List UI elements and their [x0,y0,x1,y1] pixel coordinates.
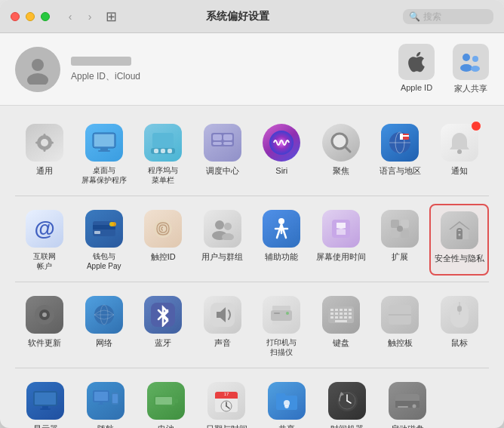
grid-row-3: 软件更新 网络 [15,290,489,362]
touchid-label: 触控ID [151,251,176,262]
svg-rect-62 [51,314,54,316]
pref-trackpad[interactable]: 触控板 [370,290,430,362]
pref-timemachine[interactable]: 时间机器 [317,376,377,428]
mouse-label: 鼠标 [451,337,468,348]
pref-startup[interactable]: 启动磁盘 [377,376,438,428]
keyboard-label: 键盘 [333,337,349,348]
grid-row-2: @ 互联网帐户 钱包与Apple Pay [15,204,489,276]
sound-icon-box [204,296,241,334]
pref-general[interactable]: 通用 [15,118,75,189]
monitor-icon [92,132,116,153]
row-divider-3 [15,368,489,368]
internet-label: 互联网帐户 [33,251,56,271]
profile-section: Apple ID、iCloud Apple ID [0,33,504,106]
pref-sharing[interactable]: 共享 [257,376,317,428]
svg-rect-81 [340,313,343,315]
extensions-icon-box [381,210,419,248]
search-input[interactable] [423,11,484,22]
pref-keyboard[interactable]: 键盘 [312,290,371,362]
printer-label: 打印机与扫描仪 [266,337,297,357]
apple-logo-icon [404,50,429,74]
missioncontrol-label: 调度中心 [206,165,239,176]
svg-point-26 [269,131,293,155]
family-sharing-action[interactable]: 家人共享 [453,44,489,94]
pref-bluetooth[interactable]: 蓝牙 [134,290,193,362]
time-machine-clock-icon [335,389,359,413]
pref-security[interactable]: 安全性与隐私 [429,204,489,276]
apple-id-label: Apple ID [401,83,432,92]
pref-screentime[interactable]: 屏幕使用时间 [311,204,370,276]
profile-left: Apple ID、iCloud [15,47,140,92]
svg-rect-24 [213,142,222,145]
search-bar[interactable]: 🔍 [403,9,493,24]
pref-touchid[interactable]: 触控ID [134,204,192,276]
puzzle-icon [388,217,412,241]
pref-accessibility[interactable]: 辅助功能 [252,204,311,276]
svg-rect-96 [35,393,56,405]
internet-accounts-icon: @ [26,210,63,248]
pref-network[interactable]: 网络 [75,290,134,362]
spaces-icon [211,132,235,153]
minimize-button[interactable] [26,12,35,21]
profile-subtitle: Apple ID、iCloud [71,70,140,83]
pref-software[interactable]: 软件更新 [15,290,75,362]
svg-rect-69 [271,310,292,321]
network-label: 网络 [96,337,112,348]
pref-mouse[interactable]: 鼠标 [430,290,490,362]
bell-icon [447,130,472,155]
pref-desktop[interactable]: 桌面与屏幕保护程序 [75,118,134,189]
family-sharing-icon [453,44,489,80]
screentime-icon-box [322,210,360,248]
svg-rect-94 [457,306,462,312]
pref-datetime[interactable]: 17 日期与时间 [196,376,257,428]
svg-rect-16 [152,133,174,148]
svg-rect-75 [335,309,338,311]
pref-siri[interactable]: Siri [252,118,312,189]
svg-rect-59 [44,305,46,309]
profile-actions: Apple ID 家人共享 [398,44,489,94]
person-icon [23,54,53,85]
pref-extensions[interactable]: 扩展 [370,204,429,276]
svg-rect-79 [330,313,333,315]
pref-notification[interactable]: 通知 [430,118,490,189]
svg-rect-70 [272,321,290,325]
extensions-label: 扩展 [392,251,408,262]
pref-battery[interactable]: 电池 [136,376,196,428]
desktop-icon [85,124,123,162]
profile-info: Apple ID、iCloud [71,55,140,83]
maximize-button[interactable] [41,12,50,21]
svg-point-2 [463,54,470,61]
pref-language[interactable]: 语言与地区 [370,118,430,189]
apple-id-action[interactable]: Apple ID [398,44,435,94]
window-title: 系统偏好设置 [72,10,403,23]
row-divider-1 [15,196,489,196]
printer-device-icon [269,304,293,325]
trackpad-device-icon [388,304,412,325]
pref-printer[interactable]: 打印机与扫描仪 [252,290,312,362]
pref-missioncontrol[interactable]: 调度中心 [193,118,253,189]
pref-wallet[interactable]: 钱包与Apple Pay [74,204,133,276]
pref-display[interactable]: 显示器 [15,376,75,428]
svg-rect-106 [175,399,178,403]
battery-icon-box [147,382,185,420]
battery-device-icon [153,393,179,408]
pref-internet[interactable]: @ 互联网帐户 [15,204,74,276]
handoff-icon-box [87,382,124,420]
svg-text:17: 17 [224,392,229,396]
gear-icon [33,131,56,154]
folder-share-icon [275,389,299,413]
pref-dock[interactable]: 程序坞与菜单栏 [134,118,193,189]
sharing-icon-box [268,382,306,420]
pref-sound[interactable]: 声音 [193,290,253,362]
notification-badge [471,121,481,131]
pref-handoff[interactable]: 随航 [75,376,136,428]
pref-spotlight[interactable]: 聚焦 [312,118,371,189]
notification-icon-box [441,124,478,162]
traffic-lights [11,12,50,21]
network-icon-box [85,296,123,334]
svg-rect-15 [98,150,110,152]
timemachine-label: 时间机器 [330,423,364,428]
software-update-icon-box [26,296,63,334]
pref-users[interactable]: 用户与群组 [192,204,251,276]
close-button[interactable] [11,12,20,21]
